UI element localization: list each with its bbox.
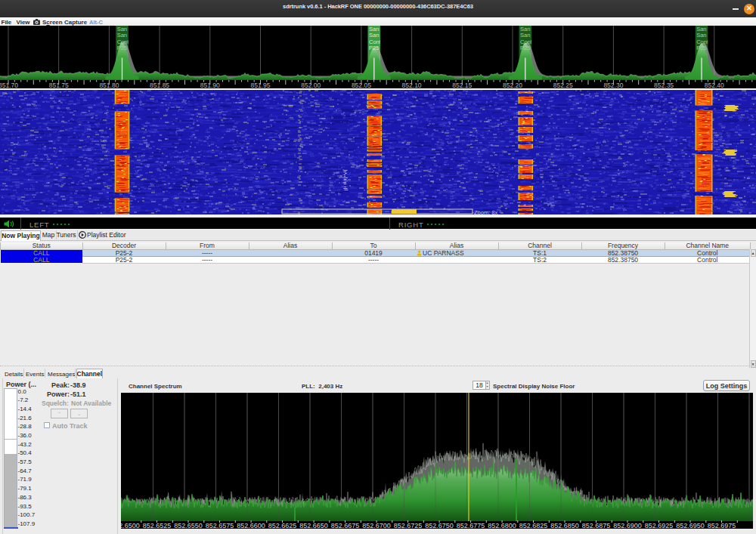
svg-text:852.6875: 852.6875: [582, 522, 611, 529]
svg-text:852.6700: 852.6700: [362, 522, 391, 529]
svg-text:852.6925: 852.6925: [645, 522, 674, 529]
svg-text:852.6975: 852.6975: [708, 522, 736, 529]
svg-text:852.6725: 852.6725: [394, 522, 423, 529]
svg-text:852.15: 852.15: [452, 82, 472, 89]
svg-text:852.6675: 852.6675: [331, 522, 360, 529]
svg-text:852.6750: 852.6750: [425, 522, 454, 529]
svg-text:851.90: 851.90: [200, 82, 220, 89]
svg-text:852.6900: 852.6900: [613, 522, 642, 529]
svg-text:852.6775: 852.6775: [457, 522, 485, 529]
svg-text:P25 P: P25 P: [520, 45, 535, 51]
svg-text:852.40: 852.40: [705, 82, 724, 89]
svg-text:852.30: 852.30: [603, 82, 623, 89]
svg-text:P25 P: P25 P: [369, 45, 384, 51]
svg-text:852.6825: 852.6825: [519, 522, 548, 529]
svg-text:852.6850: 852.6850: [550, 522, 579, 529]
svg-text:852.6600: 852.6600: [237, 522, 265, 529]
svg-text:852.25: 852.25: [553, 82, 573, 89]
svg-text:852.6575: 852.6575: [206, 522, 234, 529]
svg-text:852.10: 852.10: [402, 82, 422, 89]
svg-text:852.6650: 852.6650: [299, 522, 328, 529]
svg-text:P25 P: P25 P: [696, 45, 711, 51]
svg-text:852.00: 852.00: [301, 82, 321, 89]
svg-text:P25 P: P25 P: [117, 45, 132, 51]
svg-text:852.6625: 852.6625: [268, 522, 297, 529]
svg-text:852.6800: 852.6800: [488, 522, 516, 529]
svg-text:851.95: 851.95: [251, 82, 271, 89]
svg-text:Zoom: 8x: Zoom: 8x: [474, 209, 498, 215]
svg-text:852.6525: 852.6525: [143, 522, 172, 529]
svg-text:851.75: 851.75: [49, 82, 69, 89]
svg-text:852.05: 852.05: [352, 82, 371, 89]
svg-text:852.35: 852.35: [654, 82, 674, 89]
svg-text:852.6950: 852.6950: [676, 522, 705, 529]
svg-text:852.6500: 852.6500: [121, 522, 140, 529]
svg-text:851.70: 851.70: [0, 82, 18, 89]
svg-text:851.85: 851.85: [150, 82, 169, 89]
svg-text:852.20: 852.20: [503, 82, 522, 89]
svg-text:851.80: 851.80: [99, 82, 119, 89]
svg-text:852.6550: 852.6550: [174, 522, 203, 529]
